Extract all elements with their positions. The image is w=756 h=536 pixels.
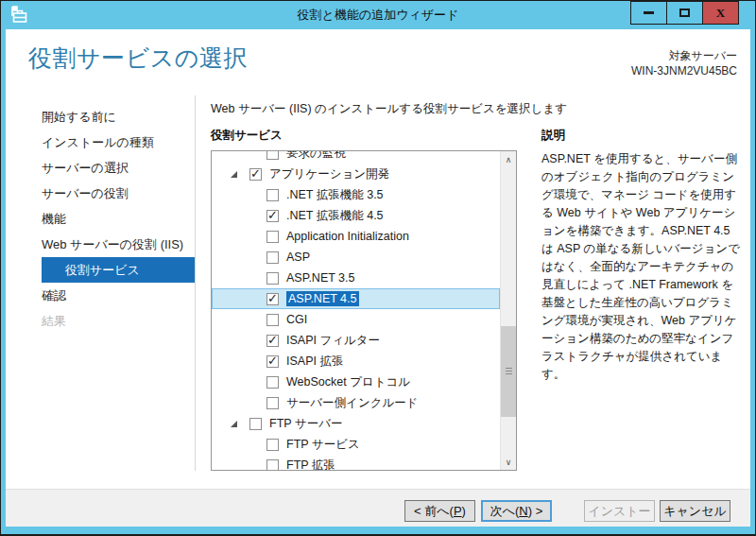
minimize-button[interactable] — [630, 1, 667, 25]
description-title: 説明 — [541, 128, 565, 144]
expanded-triangle-icon[interactable] — [231, 421, 237, 427]
sidebar-item-results: 結果 — [6, 308, 195, 334]
target-server-label: 対象サーバー — [631, 48, 737, 63]
window-controls: X — [631, 1, 739, 25]
install-button: インストール(I) — [584, 500, 655, 522]
minimize-icon — [644, 11, 654, 14]
tree-item-ftp-extensibility[interactable]: FTP 拡張 — [212, 455, 500, 470]
tree-item-aspnet-45[interactable]: ✓ ASP.NET 4.5 — [212, 288, 500, 309]
sidebar-item-server-selection[interactable]: サーバーの選択 — [6, 155, 195, 181]
checkbox-unchecked-icon[interactable] — [249, 418, 262, 430]
tree-item-request-monitor[interactable]: 要求の監視 — [212, 151, 500, 164]
description-text: ASP.NET を使用すると、サーバー側のオブジェクト指向のプログラミング環境で… — [541, 150, 745, 384]
expanded-triangle-icon[interactable] — [231, 171, 237, 178]
sidebar-item-features[interactable]: 機能 — [6, 206, 195, 232]
scroll-down-button[interactable]: ∨ — [501, 454, 516, 470]
close-button[interactable]: X — [702, 1, 739, 25]
sidebar-item-server-roles[interactable]: サーバーの役割 — [6, 181, 195, 206]
title-bar: 役割と機能の追加ウィザード X — [1, 1, 755, 28]
next-button[interactable]: 次へ(N) > — [481, 500, 552, 522]
checkbox-unchecked-icon[interactable] — [266, 251, 279, 264]
cancel-button[interactable]: キャンセル — [660, 500, 730, 522]
page-title: 役割サービスの選択 — [28, 43, 248, 74]
maximize-button[interactable] — [666, 1, 703, 25]
checkbox-unchecked-icon[interactable] — [266, 231, 279, 243]
checkbox-checked-icon[interactable]: ✓ — [266, 335, 279, 347]
tree-item-application-development[interactable]: ✓ アプリケーション開発 — [212, 164, 500, 184]
tree-item-ftp-server[interactable]: FTP サーバー — [212, 413, 500, 434]
tree-item-cgi[interactable]: CGI — [212, 309, 500, 330]
sidebar-item-confirmation[interactable]: 確認 — [6, 283, 195, 308]
checkbox-unchecked-icon[interactable] — [266, 151, 279, 160]
role-services-label: 役割サービス — [211, 128, 283, 144]
tree-item-aspnet-35[interactable]: ASP.NET 3.5 — [212, 268, 500, 288]
checkbox-unchecked-icon[interactable] — [266, 397, 279, 409]
checkbox-unchecked-icon[interactable] — [266, 439, 279, 451]
scrollbar-thumb[interactable] — [501, 326, 516, 417]
tree-item-isapi-filter[interactable]: ✓ ISAPI フィルター — [212, 330, 500, 351]
checkbox-unchecked-icon[interactable] — [266, 314, 279, 326]
vertical-scrollbar[interactable]: ∧ ∨ — [500, 151, 516, 470]
checkbox-checked-icon[interactable]: ✓ — [266, 293, 279, 305]
tree-item-websocket-protocol[interactable]: WebSocket プロトコル — [212, 372, 500, 392]
footer-bar: < 前へ(P) 次へ(N) > インストール(I) キャンセル — [6, 489, 750, 527]
scroll-up-button[interactable]: ∧ — [501, 151, 516, 167]
tree-item-isapi-extensions[interactable]: ✓ ISAPI 拡張 — [212, 351, 500, 372]
sidebar-item-before-you-begin[interactable]: 開始する前に — [6, 104, 195, 130]
tree-item-asp[interactable]: ASP — [212, 247, 500, 268]
target-server-name: WIN-3JNM2VU45BC — [631, 63, 737, 78]
tree-item-ftp-service[interactable]: FTP サービス — [212, 434, 500, 455]
tree-item-application-initialization[interactable]: Application Initialization — [212, 226, 500, 247]
checkbox-checked-icon[interactable]: ✓ — [266, 355, 279, 368]
sidebar-divider — [195, 95, 196, 471]
checkbox-unchecked-icon[interactable] — [266, 189, 279, 201]
close-icon: X — [716, 6, 725, 21]
sidebar-item-role-services[interactable]: 役割サービス — [42, 257, 195, 283]
maximize-icon — [679, 9, 690, 17]
checkbox-unchecked-icon[interactable] — [266, 272, 279, 285]
scrollbar-grip-icon — [506, 368, 512, 375]
tree-item-net-ext-45[interactable]: ✓ .NET 拡張機能 4.5 — [212, 205, 500, 226]
checkbox-checked-icon[interactable]: ✓ — [249, 168, 262, 181]
tree-viewport: 要求の監視 ✓ アプリケーション開発 .NET 拡張機能 3.5 ✓ .NET … — [212, 151, 500, 470]
previous-button[interactable]: < 前へ(P) — [404, 500, 475, 522]
instruction-text: Web サーバー (IIS) のインストールする役割サービスを選択します — [211, 101, 567, 117]
checkbox-unchecked-icon[interactable] — [266, 459, 279, 471]
tree-item-net-ext-35[interactable]: .NET 拡張機能 3.5 — [212, 184, 500, 205]
wizard-steps-nav: 開始する前に インストールの種類 サーバーの選択 サーバーの役割 機能 Web … — [6, 104, 195, 334]
wizard-body: 役割サービスの選択 対象サーバー WIN-3JNM2VU45BC 開始する前に … — [6, 29, 750, 527]
sidebar-item-web-server-role[interactable]: Web サーバーの役割 (IIS) — [6, 232, 195, 257]
sidebar-item-installation-type[interactable]: インストールの種類 — [6, 130, 195, 155]
checkbox-unchecked-icon[interactable] — [266, 376, 279, 389]
checkbox-checked-icon[interactable]: ✓ — [266, 210, 279, 222]
tree-item-server-side-includes[interactable]: サーバー側インクルード — [212, 392, 500, 413]
wizard-window: 役割と機能の追加ウィザード X 役割サービスの選択 対象サーバー WIN-3JN… — [0, 0, 756, 536]
role-services-tree: 要求の監視 ✓ アプリケーション開発 .NET 拡張機能 3.5 ✓ .NET … — [211, 150, 517, 471]
target-server-block: 対象サーバー WIN-3JNM2VU45BC — [631, 48, 737, 78]
